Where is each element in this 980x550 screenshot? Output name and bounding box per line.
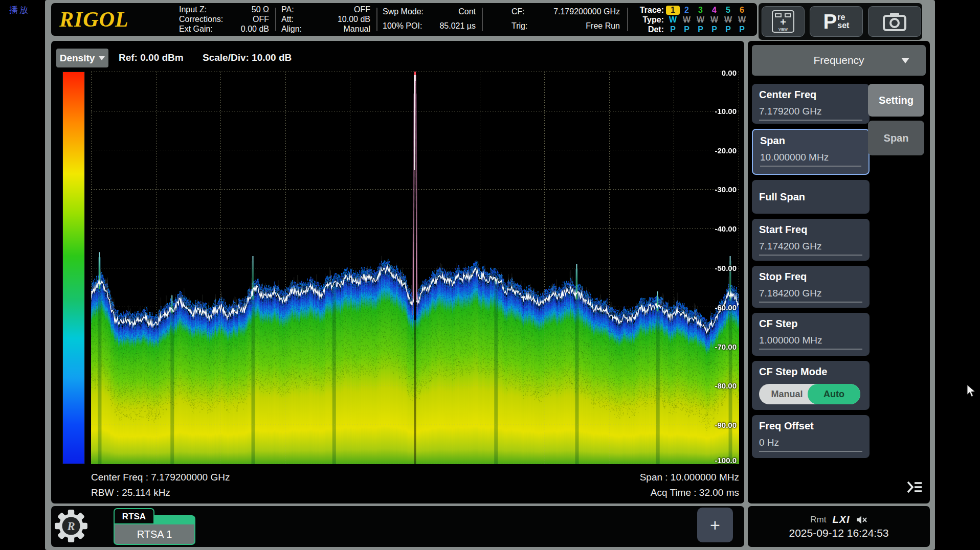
- menu-item-freq-offset[interactable]: Freq Offset 0 Hz: [752, 415, 870, 458]
- trace-6-det[interactable]: P: [735, 25, 749, 34]
- pa-value: OFF: [354, 5, 370, 14]
- cf-value: 7.179200000 GHz: [553, 7, 620, 16]
- menu-item-full-span[interactable]: Full Span: [752, 180, 870, 214]
- menu-item-center-freq[interactable]: Center Freq 7.179200 GHz: [752, 84, 870, 124]
- trace-3-det[interactable]: P: [694, 25, 707, 34]
- trace-1-det[interactable]: P: [666, 25, 680, 34]
- menu-item-label: Freq Offset: [759, 420, 862, 432]
- trace-2-type[interactable]: W: [680, 15, 694, 25]
- align-value: Manual: [344, 25, 370, 34]
- trace-1-button[interactable]: 1: [666, 6, 680, 15]
- input-z-label: Input Z:: [179, 5, 207, 14]
- header-group-sweep: Swp Mode:Cont 100% POI:85.021 µs: [383, 5, 476, 34]
- trace-6-button[interactable]: 6: [735, 6, 749, 15]
- trace-4-det[interactable]: P: [707, 25, 721, 34]
- tab-span[interactable]: Span: [868, 121, 924, 155]
- trace-5-button[interactable]: 5: [721, 6, 735, 15]
- header-separator: [627, 8, 628, 31]
- tab-label: Span: [884, 132, 909, 144]
- tab-label: Setting: [879, 95, 914, 106]
- trace-5-det[interactable]: P: [721, 25, 735, 34]
- trace-2-button[interactable]: 2: [680, 6, 694, 15]
- preset-button[interactable]: P reset: [810, 6, 863, 37]
- det-row-label: Det:: [634, 25, 664, 34]
- y-axis-label: -70.00: [715, 342, 737, 351]
- corrections-value: OFF: [253, 15, 269, 24]
- footer-span: Span : 10.000000 MHz: [534, 472, 739, 483]
- menu-item-label: Span: [760, 135, 861, 147]
- datetime-label: 2025-09-12 16:24:53: [789, 527, 889, 539]
- plus-icon: +: [710, 515, 720, 535]
- add-app-button[interactable]: +: [697, 508, 733, 542]
- y-axis-label: -30.00: [715, 185, 737, 194]
- spectrum-plot-area: 0.00 -10.00 -20.00 -30.00 -40.00 -50.00 …: [91, 72, 739, 464]
- swp-mode-value: Cont: [458, 7, 476, 16]
- chevron-down-icon: [99, 56, 105, 60]
- status-panel: Rmt LXI 2025-09-12 16:24:53: [748, 506, 930, 547]
- menu-items-column: Center Freq 7.179200 GHz Span 10.000000 …: [752, 84, 870, 458]
- menu-item-cf-step[interactable]: CF Step 1.000000 MHz: [752, 313, 870, 356]
- att-label: Att:: [281, 15, 294, 24]
- screenshot-button[interactable]: [868, 6, 921, 37]
- header-group-freq-trig: CF:7.179200000 GHz Trig:Free Run: [511, 5, 620, 34]
- lxi-logo: LXI: [833, 514, 850, 525]
- menu-item-label: Stop Freq: [759, 271, 862, 283]
- menu-item-start-freq[interactable]: Start Freq 7.174200 GHz: [752, 219, 870, 261]
- multi-view-button[interactable]: + VIEW: [762, 6, 805, 37]
- display-mode-label: Density: [60, 53, 95, 64]
- tab-setting[interactable]: Setting: [868, 84, 924, 117]
- menu-title-dropdown[interactable]: Frequency: [752, 45, 926, 76]
- trace-4-button[interactable]: 4: [707, 6, 721, 15]
- trace-3-type[interactable]: W: [694, 15, 707, 25]
- y-axis-label: -100.0: [715, 456, 737, 465]
- menu-item-value: 10.000000 MHz: [760, 152, 861, 167]
- menu-item-cf-step-mode[interactable]: CF Step Mode Manual Auto: [752, 361, 870, 410]
- footer-center-freq: Center Freq : 7.179200000 GHz: [91, 472, 230, 483]
- trace-1-type[interactable]: W: [666, 15, 680, 25]
- trace-type-row: Type: W W W W W W: [634, 15, 749, 25]
- trace-number-row: Trace: 1 2 3 4 5 6: [634, 5, 749, 15]
- video-play-label: 播放: [9, 4, 30, 16]
- camera-icon: [883, 12, 906, 31]
- trace-4-type[interactable]: W: [707, 15, 721, 25]
- menu-item-value: 7.184200 GHz: [759, 288, 862, 303]
- header-buttons-panel: + VIEW P reset: [759, 3, 922, 40]
- taskbar-panel: R RTSA RTSA 1 +: [51, 506, 744, 547]
- menu-item-stop-freq[interactable]: Stop Freq 7.184200 GHz: [752, 266, 870, 308]
- trace-5-type[interactable]: W: [721, 15, 735, 25]
- toggle-option-auto[interactable]: Auto: [808, 384, 860, 404]
- ext-gain-label: Ext Gain:: [179, 25, 213, 34]
- toggle-option-manual[interactable]: Manual: [759, 384, 815, 404]
- trace-2-det[interactable]: P: [680, 25, 694, 34]
- spectrum-display-panel: Density Ref: 0.00 dBm Scale/Div: 10.00 d…: [51, 41, 744, 503]
- header-separator: [275, 8, 276, 31]
- rtsa-app-tab[interactable]: RTSA RTSA 1: [114, 508, 195, 546]
- trace-row-label: Trace:: [634, 6, 664, 15]
- rigol-gear-icon: R: [54, 508, 88, 544]
- y-axis-label: -20.00: [715, 146, 737, 155]
- swp-mode-label: Swp Mode:: [383, 7, 424, 16]
- display-mode-dropdown[interactable]: Density: [56, 49, 108, 67]
- corrections-label: Corrections:: [179, 15, 223, 24]
- menu-title: Frequency: [813, 54, 864, 66]
- trace-3-button[interactable]: 3: [694, 6, 707, 15]
- y-axis-label: -60.00: [715, 303, 737, 312]
- trace-6-type[interactable]: W: [735, 15, 749, 25]
- scale-div-label: Scale/Div: 10.00 dB: [203, 52, 292, 63]
- multi-view-icon: + VIEW: [772, 10, 794, 33]
- expand-menu-button[interactable]: [904, 477, 925, 497]
- density-color-scale: [62, 72, 85, 464]
- rtsa-tab-main-label[interactable]: RTSA 1: [114, 523, 195, 545]
- cf-step-mode-toggle[interactable]: Manual Auto: [759, 384, 860, 404]
- y-axis-label: 0.00: [722, 68, 737, 77]
- menu-item-span[interactable]: Span 10.000000 MHz: [752, 129, 870, 175]
- frequency-menu-panel: Frequency Center Freq 7.179200 GHz Span …: [748, 41, 930, 503]
- y-axis-label: -80.00: [715, 381, 737, 390]
- cf-label: CF:: [511, 7, 525, 16]
- menu-item-label: Full Span: [759, 191, 805, 203]
- y-axis-label: -90.00: [715, 421, 737, 429]
- type-row-label: Type:: [634, 15, 664, 25]
- y-axis-label: -50.00: [715, 264, 737, 272]
- menu-item-value: 7.179200 GHz: [759, 106, 862, 121]
- system-gear-button[interactable]: R: [54, 508, 88, 546]
